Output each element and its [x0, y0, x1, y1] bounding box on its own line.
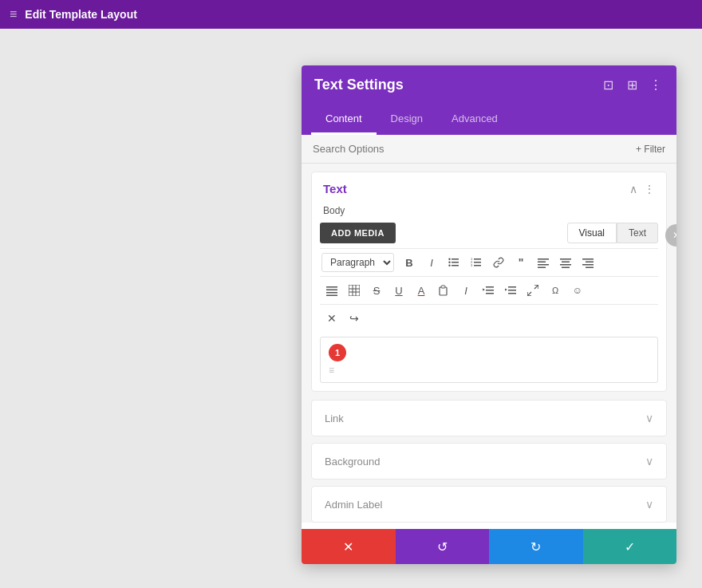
- collapse-icon[interactable]: ∧: [629, 183, 637, 195]
- undo-button[interactable]: ✕: [321, 308, 342, 329]
- svg-rect-28: [349, 285, 360, 296]
- search-bar: + Filter: [302, 135, 676, 164]
- indent-button[interactable]: [500, 280, 521, 301]
- svg-point-5: [448, 265, 450, 266]
- background-section[interactable]: Background ∨: [311, 443, 667, 479]
- svg-point-4: [448, 262, 450, 263]
- svg-rect-13: [538, 262, 546, 263]
- svg-rect-23: [586, 267, 594, 269]
- svg-rect-15: [538, 267, 546, 269]
- blockquote-button[interactable]: ": [511, 252, 531, 273]
- svg-rect-41: [508, 293, 516, 294]
- redo-button[interactable]: ↪: [344, 308, 365, 329]
- modal-footer: ✕ ↺ ↻ ✓: [302, 529, 676, 564]
- search-input[interactable]: [313, 143, 636, 155]
- modal-header: Text Settings ⊡ ⊞ ⋮: [302, 65, 676, 105]
- emoji-button[interactable]: ☺: [567, 280, 588, 301]
- section-more-icon[interactable]: ⋮: [644, 183, 655, 195]
- svg-rect-37: [486, 293, 494, 294]
- strikethrough-button[interactable]: S: [366, 280, 387, 301]
- admin-label-section[interactable]: Admin Label ∨: [311, 486, 667, 523]
- font-color-button[interactable]: A: [411, 280, 432, 301]
- background-chevron-icon: ∨: [645, 455, 653, 468]
- link-section[interactable]: Link ∨: [311, 400, 667, 436]
- link-chevron-icon: ∨: [645, 412, 653, 424]
- special-chars-button[interactable]: Ω: [545, 280, 566, 301]
- tab-advanced[interactable]: Advanced: [437, 105, 512, 135]
- admin-label-section-title: Admin Label: [325, 499, 382, 511]
- add-media-button[interactable]: ADD MEDIA: [320, 223, 396, 243]
- svg-rect-39: [508, 286, 516, 288]
- modal-title: Text Settings: [314, 77, 404, 93]
- editor-toolbar: ADD MEDIA Visual Text Paragraph B I: [312, 223, 666, 332]
- filter-button[interactable]: + Filter: [636, 144, 665, 155]
- save-button[interactable]: ✓: [583, 529, 677, 564]
- paragraph-select[interactable]: Paragraph: [321, 253, 394, 272]
- svg-rect-17: [562, 262, 570, 263]
- visual-button[interactable]: Visual: [567, 223, 617, 243]
- format-row-2: S U A I: [320, 276, 658, 304]
- redo-footer-button[interactable]: ↻: [489, 529, 583, 564]
- svg-rect-7: [474, 262, 481, 263]
- editor-content[interactable]: 1 ≡: [320, 337, 658, 383]
- svg-rect-2: [452, 265, 459, 266]
- svg-point-3: [448, 258, 450, 260]
- text-button[interactable]: Text: [617, 223, 658, 243]
- body-label: Body: [312, 205, 666, 223]
- align-left-button[interactable]: [533, 252, 554, 273]
- top-bar: ≡ Edit Template Layout: [0, 0, 702, 29]
- editor-top-row: ADD MEDIA Visual Text: [320, 223, 658, 243]
- modal-header-icons: ⊡ ⊞ ⋮: [600, 77, 664, 93]
- background-section-title: Background: [325, 456, 380, 468]
- bold-button[interactable]: B: [399, 252, 420, 273]
- svg-rect-21: [586, 262, 594, 263]
- tab-design[interactable]: Design: [377, 105, 437, 135]
- svg-rect-25: [326, 290, 337, 291]
- svg-rect-1: [452, 262, 459, 263]
- table-button[interactable]: [344, 280, 365, 301]
- svg-rect-22: [582, 264, 594, 266]
- align-right-button[interactable]: [578, 252, 598, 273]
- svg-rect-36: [486, 290, 494, 291]
- svg-rect-12: [538, 258, 549, 260]
- svg-text:3: 3: [471, 263, 473, 267]
- align-center-button[interactable]: [555, 252, 576, 273]
- align-full-button[interactable]: [321, 280, 342, 301]
- paste-button[interactable]: [433, 280, 454, 301]
- outdent-button[interactable]: [478, 280, 499, 301]
- reset-button[interactable]: ↺: [396, 529, 490, 564]
- svg-rect-35: [486, 286, 494, 288]
- menu-icon[interactable]: ≡: [10, 7, 17, 22]
- ol-button[interactable]: 123: [466, 252, 487, 273]
- tabs-bar: Content Design Advanced: [302, 105, 676, 135]
- more-icon[interactable]: ⋮: [648, 77, 664, 93]
- top-bar-title: Edit Template Layout: [25, 8, 137, 21]
- fullscreen-editor-button[interactable]: [523, 280, 543, 301]
- fullscreen-icon[interactable]: ⊡: [600, 77, 616, 93]
- svg-rect-27: [326, 295, 337, 297]
- main-area: Text Settings ⊡ ⊞ ⋮ Content Design Advan…: [0, 29, 702, 588]
- svg-rect-40: [508, 290, 516, 291]
- layout-icon[interactable]: ⊞: [624, 77, 640, 93]
- svg-marker-38: [483, 289, 485, 291]
- svg-marker-42: [505, 289, 507, 291]
- italic-button[interactable]: I: [421, 252, 442, 273]
- svg-rect-34: [441, 286, 445, 288]
- svg-rect-14: [538, 264, 549, 266]
- svg-rect-18: [560, 264, 571, 266]
- admin-label-chevron-icon: ∨: [645, 498, 653, 511]
- italic3-button[interactable]: I: [456, 280, 476, 301]
- ul-button[interactable]: [444, 252, 464, 273]
- modal-panel: Text Settings ⊡ ⊞ ⋮ Content Design Advan…: [302, 65, 676, 564]
- link-button[interactable]: [488, 252, 509, 273]
- cancel-button[interactable]: ✕: [302, 529, 396, 564]
- drag-handle[interactable]: ≡: [329, 365, 649, 376]
- modal-content: + Filter Text ∧ ⋮ Body ADD MEDIA: [302, 135, 676, 523]
- tab-content[interactable]: Content: [311, 105, 377, 135]
- svg-rect-0: [452, 258, 459, 260]
- svg-rect-19: [562, 267, 570, 269]
- underline-button[interactable]: U: [388, 280, 409, 301]
- format-row-3: ✕ ↪: [320, 304, 658, 332]
- section-header-text: Text ∧ ⋮: [312, 172, 666, 205]
- svg-rect-26: [326, 292, 337, 294]
